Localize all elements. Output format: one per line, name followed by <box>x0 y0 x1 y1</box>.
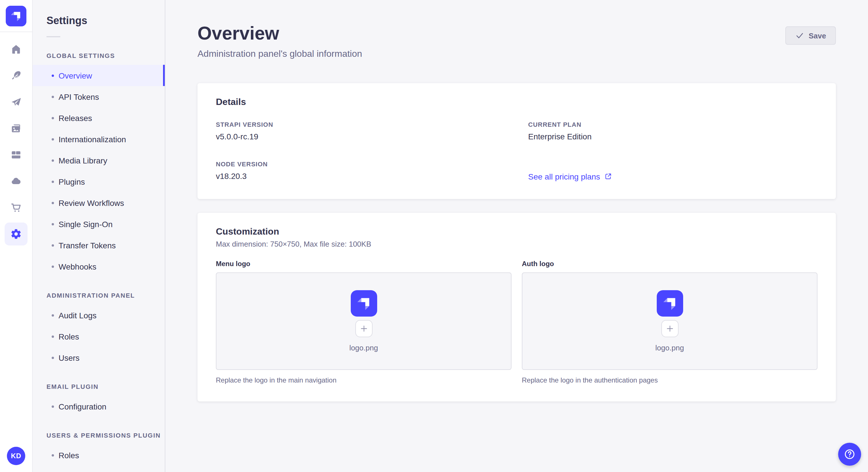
customization-card: Customization Max dimension: 750×750, Ma… <box>197 213 836 401</box>
logos-grid: Menu logo logo.png Replace the logo in t… <box>216 260 817 384</box>
media-icon[interactable] <box>5 117 28 140</box>
node-version-field: NODE VERSION v18.20.3 <box>216 161 505 181</box>
bullet-icon <box>52 96 54 98</box>
external-link-icon <box>605 173 612 180</box>
details-right-column: CURRENT PLAN Enterprise Edition See all … <box>528 121 817 182</box>
field-label: CURRENT PLAN <box>528 121 817 128</box>
rail-icon-list <box>5 32 28 447</box>
page-header-text: Overview Administration panel's global i… <box>197 23 362 59</box>
current-plan-field: CURRENT PLAN Enterprise Edition <box>528 121 817 141</box>
pricing-plans-link[interactable]: See all pricing plans <box>528 172 612 181</box>
home-icon[interactable] <box>5 38 28 61</box>
plus-icon <box>665 325 674 333</box>
sidebar-item-webhooks[interactable]: Webhooks <box>33 256 165 277</box>
help-button[interactable] <box>838 443 861 466</box>
strapi-version-field: STRAPI VERSION v5.0.0-rc.19 <box>216 121 505 141</box>
bullet-icon <box>52 405 54 407</box>
section-global-settings: GLOBAL SETTINGS Overview API Tokens Rele… <box>33 52 165 277</box>
field-value: v5.0.0-rc.19 <box>216 132 505 141</box>
strapi-logo-preview <box>350 290 377 316</box>
sidebar-item-media-library[interactable]: Media Library <box>33 150 165 171</box>
app-window: KD Settings GLOBAL SETTINGS Overview API… <box>0 0 868 472</box>
sidebar-item-internationalization[interactable]: Internationalization <box>33 129 165 150</box>
feather-icon[interactable] <box>5 64 28 87</box>
details-heading: Details <box>216 97 817 107</box>
sidebar-item-up-roles[interactable]: Roles <box>33 444 165 466</box>
page-title: Overview <box>197 23 362 44</box>
page-header: Overview Administration panel's global i… <box>197 23 836 59</box>
section-label: EMAIL PLUGIN <box>46 383 165 390</box>
bullet-icon <box>52 244 54 246</box>
customization-heading: Customization <box>216 227 817 237</box>
sidebar-item-releases[interactable]: Releases <box>33 107 165 129</box>
sidebar-item-up-providers[interactable]: Providers <box>33 466 165 472</box>
sidebar-item-api-tokens[interactable]: API Tokens <box>33 86 165 107</box>
section-email-plugin: EMAIL PLUGIN Configuration <box>33 383 165 417</box>
menu-logo-label: Menu logo <box>216 260 512 268</box>
layout-icon[interactable] <box>5 143 28 166</box>
cart-icon[interactable] <box>5 196 28 219</box>
section-administration-panel: ADMINISTRATION PANEL Audit Logs Roles Us… <box>33 292 165 368</box>
gear-icon[interactable] <box>5 223 28 245</box>
sidebar-item-plugins[interactable]: Plugins <box>33 171 165 192</box>
sidebar-item-overview[interactable]: Overview <box>33 65 165 86</box>
bullet-icon <box>52 117 54 119</box>
sidebar-title: Settings <box>46 15 165 27</box>
details-grid: STRAPI VERSION v5.0.0-rc.19 NODE VERSION… <box>216 121 817 182</box>
bullet-icon <box>52 454 54 456</box>
customization-constraints: Max dimension: 750×750, Max file size: 1… <box>216 240 817 248</box>
sidebar-item-admin-roles[interactable]: Roles <box>33 326 165 347</box>
sidebar-item-single-sign-on[interactable]: Single Sign-On <box>33 213 165 235</box>
settings-sidebar: Settings GLOBAL SETTINGS Overview API To… <box>33 0 165 472</box>
add-menu-logo-button[interactable] <box>355 320 372 337</box>
bullet-icon <box>52 74 54 76</box>
plus-icon <box>360 325 368 333</box>
cloud-icon[interactable] <box>5 170 28 193</box>
sidebar-item-audit-logs[interactable]: Audit Logs <box>33 305 165 326</box>
bullet-icon <box>52 138 54 140</box>
page-subtitle: Administration panel's global informatio… <box>197 49 362 59</box>
bullet-icon <box>52 180 54 183</box>
paper-plane-icon[interactable] <box>5 91 28 113</box>
field-value: v18.20.3 <box>216 171 505 181</box>
section-label: USERS & PERMISSIONS PLUGIN <box>46 432 165 439</box>
field-label: NODE VERSION <box>216 161 505 167</box>
strapi-logo-icon <box>6 5 26 26</box>
main-content: Overview Administration panel's global i… <box>165 0 868 472</box>
menu-logo-block: Menu logo logo.png Replace the logo in t… <box>216 260 512 384</box>
field-label: STRAPI VERSION <box>216 121 505 128</box>
auth-logo-label: Auth logo <box>522 260 817 268</box>
sidebar-item-admin-users[interactable]: Users <box>33 347 165 368</box>
sidebar-item-review-workflows[interactable]: Review Workflows <box>33 192 165 213</box>
sidebar-item-transfer-tokens[interactable]: Transfer Tokens <box>33 235 165 256</box>
save-button[interactable]: Save <box>785 26 836 45</box>
bullet-icon <box>52 335 54 338</box>
strapi-logo-preview <box>656 290 683 316</box>
auth-logo-dropzone[interactable]: logo.png <box>522 272 817 370</box>
user-avatar[interactable]: KD <box>7 447 25 465</box>
section-label: ADMINISTRATION PANEL <box>46 292 165 299</box>
details-left-column: STRAPI VERSION v5.0.0-rc.19 NODE VERSION… <box>216 121 505 182</box>
bullet-icon <box>52 223 54 225</box>
menu-logo-filename: logo.png <box>349 343 378 352</box>
bullet-icon <box>52 357 54 359</box>
menu-logo-dropzone[interactable]: logo.png <box>216 272 512 370</box>
strapi-logo-button[interactable] <box>0 0 32 32</box>
bullet-icon <box>52 314 54 316</box>
section-users-permissions-plugin: USERS & PERMISSIONS PLUGIN Roles Provide… <box>33 432 165 472</box>
field-value: Enterprise Edition <box>528 132 817 141</box>
bullet-icon <box>52 159 54 162</box>
question-circle-icon <box>843 448 856 461</box>
nav-rail: KD <box>0 0 33 472</box>
auth-logo-hint: Replace the logo in the authentication p… <box>522 376 817 384</box>
bullet-icon <box>52 202 54 204</box>
auth-logo-block: Auth logo logo.png Replace the logo in t… <box>522 260 817 384</box>
add-auth-logo-button[interactable] <box>661 320 678 337</box>
sidebar-divider <box>46 36 60 37</box>
check-icon <box>795 31 804 40</box>
sidebar-item-email-configuration[interactable]: Configuration <box>33 396 165 417</box>
bullet-icon <box>52 265 54 268</box>
section-label: GLOBAL SETTINGS <box>46 52 165 59</box>
auth-logo-filename: logo.png <box>655 343 684 352</box>
menu-logo-hint: Replace the logo in the main navigation <box>216 376 512 384</box>
